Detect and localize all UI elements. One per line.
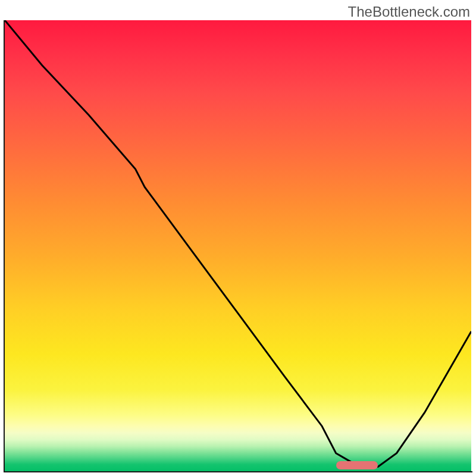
watermark-text: TheBottleneck.com xyxy=(348,4,470,20)
plot-area xyxy=(5,20,471,471)
bottleneck-curve xyxy=(5,20,471,471)
x-axis xyxy=(4,471,472,472)
y-axis xyxy=(4,20,5,471)
optimal-range-marker xyxy=(336,461,378,469)
bottleneck-chart: TheBottleneck.com xyxy=(0,0,476,476)
curve-path xyxy=(5,20,471,466)
